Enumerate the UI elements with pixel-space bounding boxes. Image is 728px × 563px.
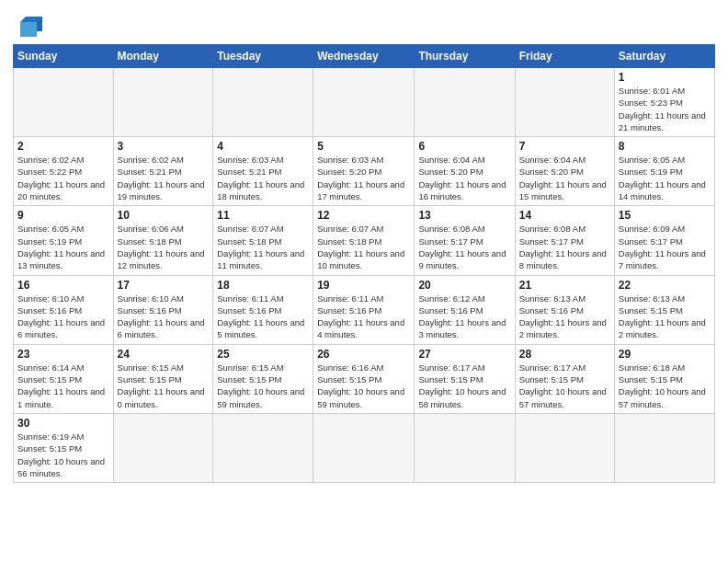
day-info: Sunrise: 6:08 AM Sunset: 5:17 PM Dayligh…	[418, 223, 510, 271]
day-number: 19	[317, 279, 410, 292]
weekday-header-wednesday: Wednesday	[313, 45, 415, 68]
calendar-cell: 1Sunrise: 6:01 AM Sunset: 5:23 PM Daylig…	[614, 68, 714, 137]
calendar-cell: 26Sunrise: 6:16 AM Sunset: 5:15 PM Dayli…	[313, 344, 415, 413]
calendar-cell: 29Sunrise: 6:18 AM Sunset: 5:15 PM Dayli…	[614, 344, 714, 413]
calendar-cell: 8Sunrise: 6:05 AM Sunset: 5:19 PM Daylig…	[614, 137, 714, 206]
day-number: 9	[17, 209, 109, 222]
day-info: Sunrise: 6:06 AM Sunset: 5:18 PM Dayligh…	[118, 223, 210, 271]
day-number: 22	[619, 279, 711, 292]
day-info: Sunrise: 6:03 AM Sunset: 5:20 PM Dayligh…	[317, 154, 410, 202]
day-info: Sunrise: 6:17 AM Sunset: 5:15 PM Dayligh…	[519, 362, 610, 410]
calendar-cell: 5Sunrise: 6:03 AM Sunset: 5:20 PM Daylig…	[313, 137, 415, 206]
calendar-week-1: 2Sunrise: 6:02 AM Sunset: 5:22 PM Daylig…	[14, 137, 715, 206]
calendar-cell: 2Sunrise: 6:02 AM Sunset: 5:22 PM Daylig…	[14, 137, 114, 206]
day-number: 26	[317, 348, 410, 361]
day-number: 28	[519, 348, 610, 361]
day-info: Sunrise: 6:18 AM Sunset: 5:15 PM Dayligh…	[619, 362, 711, 410]
calendar-cell: 11Sunrise: 6:07 AM Sunset: 5:18 PM Dayli…	[213, 206, 313, 275]
day-number: 1	[619, 71, 711, 84]
day-number: 8	[619, 140, 711, 153]
calendar-cell: 17Sunrise: 6:10 AM Sunset: 5:16 PM Dayli…	[113, 275, 213, 344]
calendar-cell: 28Sunrise: 6:17 AM Sunset: 5:15 PM Dayli…	[515, 344, 614, 413]
day-number: 20	[418, 279, 510, 292]
day-number: 5	[317, 140, 410, 153]
day-info: Sunrise: 6:11 AM Sunset: 5:16 PM Dayligh…	[317, 293, 410, 341]
day-info: Sunrise: 6:07 AM Sunset: 5:18 PM Dayligh…	[317, 223, 410, 271]
calendar-cell: 3Sunrise: 6:02 AM Sunset: 5:21 PM Daylig…	[113, 137, 213, 206]
day-number: 4	[217, 140, 309, 153]
calendar-cell: 22Sunrise: 6:13 AM Sunset: 5:15 PM Dayli…	[614, 275, 714, 344]
day-info: Sunrise: 6:01 AM Sunset: 5:23 PM Dayligh…	[619, 85, 711, 133]
logo	[13, 13, 46, 39]
day-number: 29	[619, 348, 711, 361]
calendar-cell	[515, 68, 614, 137]
calendar-cell: 19Sunrise: 6:11 AM Sunset: 5:16 PM Dayli…	[313, 275, 415, 344]
page: SundayMondayTuesdayWednesdayThursdayFrid…	[0, 0, 728, 563]
svg-marker-1	[20, 22, 37, 37]
calendar-cell: 14Sunrise: 6:08 AM Sunset: 5:17 PM Dayli…	[515, 206, 614, 275]
calendar-cell: 20Sunrise: 6:12 AM Sunset: 5:16 PM Dayli…	[415, 275, 515, 344]
calendar-cell: 12Sunrise: 6:07 AM Sunset: 5:18 PM Dayli…	[313, 206, 415, 275]
calendar-week-3: 16Sunrise: 6:10 AM Sunset: 5:16 PM Dayli…	[14, 275, 715, 344]
day-info: Sunrise: 6:15 AM Sunset: 5:15 PM Dayligh…	[118, 362, 210, 410]
weekday-header-saturday: Saturday	[614, 45, 714, 68]
day-number: 27	[418, 348, 510, 361]
weekday-header-friday: Friday	[515, 45, 614, 68]
calendar-cell	[213, 413, 313, 482]
day-info: Sunrise: 6:05 AM Sunset: 5:19 PM Dayligh…	[619, 154, 711, 202]
day-info: Sunrise: 6:02 AM Sunset: 5:21 PM Dayligh…	[118, 154, 210, 202]
calendar-cell	[113, 413, 213, 482]
day-number: 6	[418, 140, 510, 153]
day-info: Sunrise: 6:14 AM Sunset: 5:15 PM Dayligh…	[17, 362, 109, 410]
day-number: 17	[118, 279, 210, 292]
calendar-cell: 27Sunrise: 6:17 AM Sunset: 5:15 PM Dayli…	[415, 344, 515, 413]
day-info: Sunrise: 6:10 AM Sunset: 5:16 PM Dayligh…	[17, 293, 109, 341]
calendar-cell: 15Sunrise: 6:09 AM Sunset: 5:17 PM Dayli…	[614, 206, 714, 275]
day-number: 21	[519, 279, 610, 292]
day-number: 12	[317, 209, 410, 222]
day-number: 11	[217, 209, 309, 222]
day-number: 10	[118, 209, 210, 222]
day-number: 25	[217, 348, 309, 361]
calendar-cell	[213, 68, 313, 137]
day-info: Sunrise: 6:10 AM Sunset: 5:16 PM Dayligh…	[118, 293, 210, 341]
calendar-cell: 10Sunrise: 6:06 AM Sunset: 5:18 PM Dayli…	[113, 206, 213, 275]
weekday-header-row: SundayMondayTuesdayWednesdayThursdayFrid…	[14, 45, 715, 68]
logo-icon	[17, 13, 46, 39]
day-number: 14	[519, 209, 610, 222]
calendar-week-5: 30Sunrise: 6:19 AM Sunset: 5:15 PM Dayli…	[14, 413, 715, 482]
calendar-week-0: 1Sunrise: 6:01 AM Sunset: 5:23 PM Daylig…	[14, 68, 715, 137]
calendar-cell: 13Sunrise: 6:08 AM Sunset: 5:17 PM Dayli…	[415, 206, 515, 275]
day-number: 13	[418, 209, 510, 222]
day-info: Sunrise: 6:09 AM Sunset: 5:17 PM Dayligh…	[619, 223, 711, 271]
day-info: Sunrise: 6:07 AM Sunset: 5:18 PM Dayligh…	[217, 223, 309, 271]
day-number: 23	[17, 348, 109, 361]
day-info: Sunrise: 6:12 AM Sunset: 5:16 PM Dayligh…	[418, 293, 510, 341]
calendar-cell	[313, 413, 415, 482]
day-info: Sunrise: 6:04 AM Sunset: 5:20 PM Dayligh…	[519, 154, 610, 202]
weekday-header-tuesday: Tuesday	[213, 45, 313, 68]
weekday-header-sunday: Sunday	[14, 45, 114, 68]
calendar-cell: 6Sunrise: 6:04 AM Sunset: 5:20 PM Daylig…	[415, 137, 515, 206]
day-info: Sunrise: 6:19 AM Sunset: 5:15 PM Dayligh…	[17, 431, 109, 479]
calendar-cell: 23Sunrise: 6:14 AM Sunset: 5:15 PM Dayli…	[14, 344, 114, 413]
calendar-cell	[515, 413, 614, 482]
day-info: Sunrise: 6:05 AM Sunset: 5:19 PM Dayligh…	[17, 223, 109, 271]
day-info: Sunrise: 6:17 AM Sunset: 5:15 PM Dayligh…	[418, 362, 510, 410]
calendar-cell	[415, 68, 515, 137]
calendar-cell	[415, 413, 515, 482]
calendar-cell: 9Sunrise: 6:05 AM Sunset: 5:19 PM Daylig…	[14, 206, 114, 275]
day-number: 7	[519, 140, 610, 153]
calendar-cell	[313, 68, 415, 137]
day-number: 2	[17, 140, 109, 153]
calendar-cell	[614, 413, 714, 482]
day-info: Sunrise: 6:13 AM Sunset: 5:15 PM Dayligh…	[619, 293, 711, 341]
calendar-cell: 25Sunrise: 6:15 AM Sunset: 5:15 PM Dayli…	[213, 344, 313, 413]
day-info: Sunrise: 6:03 AM Sunset: 5:21 PM Dayligh…	[217, 154, 309, 202]
calendar-cell: 21Sunrise: 6:13 AM Sunset: 5:16 PM Dayli…	[515, 275, 614, 344]
day-info: Sunrise: 6:13 AM Sunset: 5:16 PM Dayligh…	[519, 293, 610, 341]
calendar: SundayMondayTuesdayWednesdayThursdayFrid…	[13, 44, 715, 483]
calendar-cell: 18Sunrise: 6:11 AM Sunset: 5:16 PM Dayli…	[213, 275, 313, 344]
calendar-cell: 7Sunrise: 6:04 AM Sunset: 5:20 PM Daylig…	[515, 137, 614, 206]
calendar-cell: 30Sunrise: 6:19 AM Sunset: 5:15 PM Dayli…	[14, 413, 114, 482]
